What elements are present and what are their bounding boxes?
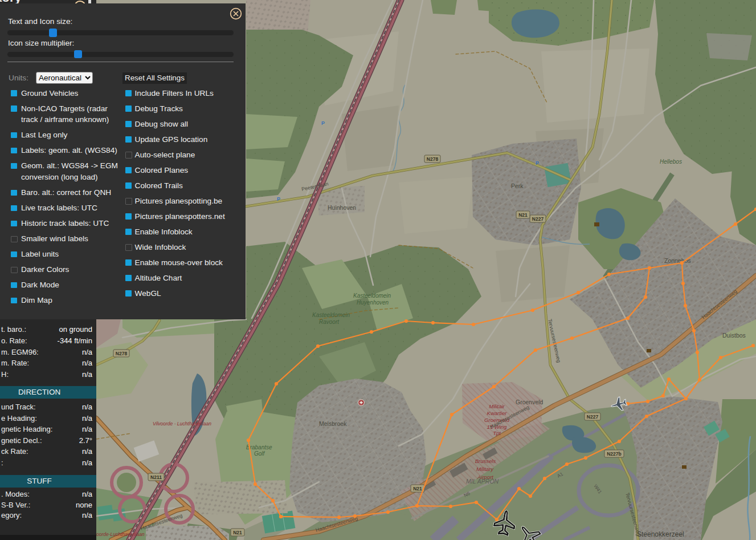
svg-text:Tpt: Tpt [493,430,501,436]
svg-text:P: P [321,120,325,126]
svg-text:Kasteeldomein: Kasteeldomein [312,312,350,318]
svg-text:P: P [536,160,539,166]
svg-text:Military: Military [476,466,494,472]
svg-text:Perk: Perk [511,182,524,189]
svg-text:Golf: Golf [254,450,265,457]
svg-text:N21: N21 [413,486,422,492]
svg-text:Kwartier: Kwartier [487,410,508,416]
svg-text:N211: N211 [150,474,162,480]
svg-text:N227: N227 [587,414,599,420]
svg-text:Ravoort: Ravoort [319,319,340,325]
svg-text:Melsbroek: Melsbroek [319,420,347,427]
svg-text:Kasteeldomein: Kasteeldomein [353,293,391,299]
svg-text:Militair: Militair [489,403,505,409]
svg-text:Huinhoven: Huinhoven [328,204,356,211]
svg-text:Hellebos: Hellebos [660,159,682,165]
svg-text:Brussels: Brussels [475,458,496,464]
svg-text:N227b: N227b [607,451,622,457]
svg-text:Steenokkerzeel: Steenokkerzeel [637,530,684,538]
svg-text:N21: N21 [518,212,528,218]
svg-text:N278: N278 [116,351,128,356]
svg-text:N21: N21 [233,530,242,535]
svg-text:Vilvoorde - Luchthavenlaan: Vilvoorde - Luchthavenlaan [153,421,211,427]
svg-text:N278: N278 [427,156,439,162]
svg-text:Duistbos: Duistbos [722,332,746,339]
svg-text:Groenveld: Groenveld [516,399,543,405]
svg-text:MIL APRON: MIL APRON [466,478,499,485]
svg-text:P: P [277,196,280,202]
svg-text:N227: N227 [532,216,544,222]
svg-text:Huyenhoven: Huyenhoven [357,299,389,306]
svg-text:oorde-Luchthavenlaan: oorde-Luchthavenlaan [96,531,145,537]
